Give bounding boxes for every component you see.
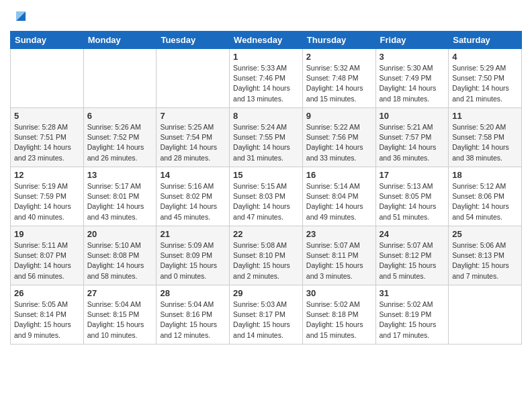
day-info: Sunrise: 5:16 AM Sunset: 8:02 PM Dayligh… [160,181,226,222]
calendar-cell: 23Sunrise: 5:07 AM Sunset: 8:11 PM Dayli… [302,226,375,285]
day-number: 7 [160,111,226,121]
calendar-week-row: 26Sunrise: 5:05 AM Sunset: 8:14 PM Dayli… [11,285,522,345]
day-info: Sunrise: 5:30 AM Sunset: 7:49 PM Dayligh… [380,63,445,104]
calendar-cell: 29Sunrise: 5:03 AM Sunset: 8:17 PM Dayli… [230,285,303,345]
day-number: 8 [233,111,299,121]
day-info: Sunrise: 5:28 AM Sunset: 7:51 PM Dayligh… [14,122,80,163]
weekday-header-saturday: Saturday [449,32,522,49]
day-info: Sunrise: 5:04 AM Sunset: 8:15 PM Dayligh… [87,300,153,340]
day-number: 10 [380,111,445,121]
day-info: Sunrise: 5:12 AM Sunset: 8:06 PM Dayligh… [452,181,518,222]
day-info: Sunrise: 5:25 AM Sunset: 7:54 PM Dayligh… [160,122,226,163]
day-info: Sunrise: 5:05 AM Sunset: 8:14 PM Dayligh… [14,300,80,340]
calendar-cell: 14Sunrise: 5:16 AM Sunset: 8:02 PM Dayli… [157,167,230,226]
calendar-cell: 25Sunrise: 5:06 AM Sunset: 8:13 PM Dayli… [449,226,522,285]
weekday-header-tuesday: Tuesday [157,32,230,49]
day-number: 21 [160,229,226,239]
day-info: Sunrise: 5:08 AM Sunset: 8:10 PM Dayligh… [233,240,299,281]
day-number: 4 [452,52,518,62]
page-header [10,7,522,26]
calendar-week-row: 19Sunrise: 5:11 AM Sunset: 8:07 PM Dayli… [11,226,522,285]
calendar-cell [83,49,157,108]
day-info: Sunrise: 5:33 AM Sunset: 7:46 PM Dayligh… [233,63,299,104]
calendar-cell: 21Sunrise: 5:09 AM Sunset: 8:09 PM Dayli… [157,226,230,285]
day-number: 25 [452,229,518,239]
day-number: 22 [233,229,299,239]
weekday-header-friday: Friday [375,32,449,49]
day-info: Sunrise: 5:06 AM Sunset: 8:13 PM Dayligh… [452,240,518,281]
day-number: 24 [380,229,445,239]
calendar-cell [157,49,230,108]
calendar-cell: 13Sunrise: 5:17 AM Sunset: 8:01 PM Dayli… [83,167,157,226]
day-number: 12 [14,170,80,180]
logo-icon [11,7,30,26]
calendar-cell: 16Sunrise: 5:14 AM Sunset: 8:04 PM Dayli… [302,167,375,226]
calendar-cell: 6Sunrise: 5:26 AM Sunset: 7:52 PM Daylig… [83,108,157,167]
calendar-cell: 28Sunrise: 5:04 AM Sunset: 8:16 PM Dayli… [157,285,230,345]
calendar-table: SundayMondayTuesdayWednesdayThursdayFrid… [10,31,522,345]
day-info: Sunrise: 5:29 AM Sunset: 7:50 PM Dayligh… [452,63,518,104]
day-info: Sunrise: 5:02 AM Sunset: 8:19 PM Dayligh… [380,300,445,340]
calendar-cell: 2Sunrise: 5:32 AM Sunset: 7:48 PM Daylig… [302,49,375,108]
calendar-cell: 31Sunrise: 5:02 AM Sunset: 8:19 PM Dayli… [375,285,449,345]
calendar-week-row: 1Sunrise: 5:33 AM Sunset: 7:46 PM Daylig… [11,49,522,108]
day-info: Sunrise: 5:07 AM Sunset: 8:11 PM Dayligh… [306,240,372,281]
day-number: 28 [160,288,226,298]
day-info: Sunrise: 5:02 AM Sunset: 8:18 PM Dayligh… [306,300,372,340]
day-number: 29 [233,288,299,298]
calendar-cell: 18Sunrise: 5:12 AM Sunset: 8:06 PM Dayli… [449,167,522,226]
day-info: Sunrise: 5:20 AM Sunset: 7:58 PM Dayligh… [452,122,518,163]
calendar-cell: 9Sunrise: 5:22 AM Sunset: 7:56 PM Daylig… [302,108,375,167]
day-number: 26 [14,288,80,298]
day-number: 15 [233,170,299,180]
day-number: 18 [452,170,518,180]
day-info: Sunrise: 5:07 AM Sunset: 8:12 PM Dayligh… [380,240,445,281]
day-info: Sunrise: 5:22 AM Sunset: 7:56 PM Dayligh… [306,122,372,163]
day-number: 31 [380,288,445,298]
calendar-cell: 30Sunrise: 5:02 AM Sunset: 8:18 PM Dayli… [302,285,375,345]
calendar-cell: 3Sunrise: 5:30 AM Sunset: 7:49 PM Daylig… [375,49,449,108]
day-info: Sunrise: 5:10 AM Sunset: 8:08 PM Dayligh… [87,240,153,281]
day-info: Sunrise: 5:32 AM Sunset: 7:48 PM Dayligh… [306,63,372,104]
weekday-header-wednesday: Wednesday [230,32,303,49]
day-number: 2 [306,52,372,62]
calendar-header-row: SundayMondayTuesdayWednesdayThursdayFrid… [11,32,522,49]
calendar-cell: 27Sunrise: 5:04 AM Sunset: 8:15 PM Dayli… [83,285,157,345]
day-number: 23 [306,229,372,239]
calendar-cell: 8Sunrise: 5:24 AM Sunset: 7:55 PM Daylig… [230,108,303,167]
day-info: Sunrise: 5:26 AM Sunset: 7:52 PM Dayligh… [87,122,153,163]
calendar-cell: 11Sunrise: 5:20 AM Sunset: 7:58 PM Dayli… [449,108,522,167]
logo [10,7,30,26]
calendar-cell: 1Sunrise: 5:33 AM Sunset: 7:46 PM Daylig… [230,49,303,108]
calendar-week-row: 5Sunrise: 5:28 AM Sunset: 7:51 PM Daylig… [11,108,522,167]
day-number: 19 [14,229,80,239]
day-number: 20 [87,229,153,239]
day-info: Sunrise: 5:11 AM Sunset: 8:07 PM Dayligh… [14,240,80,281]
day-number: 1 [233,52,299,62]
weekday-header-thursday: Thursday [302,32,375,49]
calendar-cell [11,49,84,108]
day-info: Sunrise: 5:19 AM Sunset: 7:59 PM Dayligh… [14,181,80,222]
day-info: Sunrise: 5:21 AM Sunset: 7:57 PM Dayligh… [380,122,445,163]
calendar-cell: 19Sunrise: 5:11 AM Sunset: 8:07 PM Dayli… [11,226,84,285]
day-number: 16 [306,170,372,180]
calendar-cell: 22Sunrise: 5:08 AM Sunset: 8:10 PM Dayli… [230,226,303,285]
day-info: Sunrise: 5:04 AM Sunset: 8:16 PM Dayligh… [160,300,226,340]
day-number: 30 [306,288,372,298]
calendar-cell: 4Sunrise: 5:29 AM Sunset: 7:50 PM Daylig… [449,49,522,108]
day-info: Sunrise: 5:03 AM Sunset: 8:17 PM Dayligh… [233,300,299,340]
day-number: 3 [380,52,445,62]
day-info: Sunrise: 5:13 AM Sunset: 8:05 PM Dayligh… [380,181,445,222]
day-number: 27 [87,288,153,298]
day-number: 6 [87,111,153,121]
day-number: 5 [14,111,80,121]
weekday-header-monday: Monday [83,32,157,49]
day-info: Sunrise: 5:24 AM Sunset: 7:55 PM Dayligh… [233,122,299,163]
day-info: Sunrise: 5:14 AM Sunset: 8:04 PM Dayligh… [306,181,372,222]
day-number: 17 [380,170,445,180]
weekday-header-sunday: Sunday [11,32,84,49]
calendar-cell: 12Sunrise: 5:19 AM Sunset: 7:59 PM Dayli… [11,167,84,226]
calendar-cell: 5Sunrise: 5:28 AM Sunset: 7:51 PM Daylig… [11,108,84,167]
calendar-cell [449,285,522,345]
day-info: Sunrise: 5:15 AM Sunset: 8:03 PM Dayligh… [233,181,299,222]
